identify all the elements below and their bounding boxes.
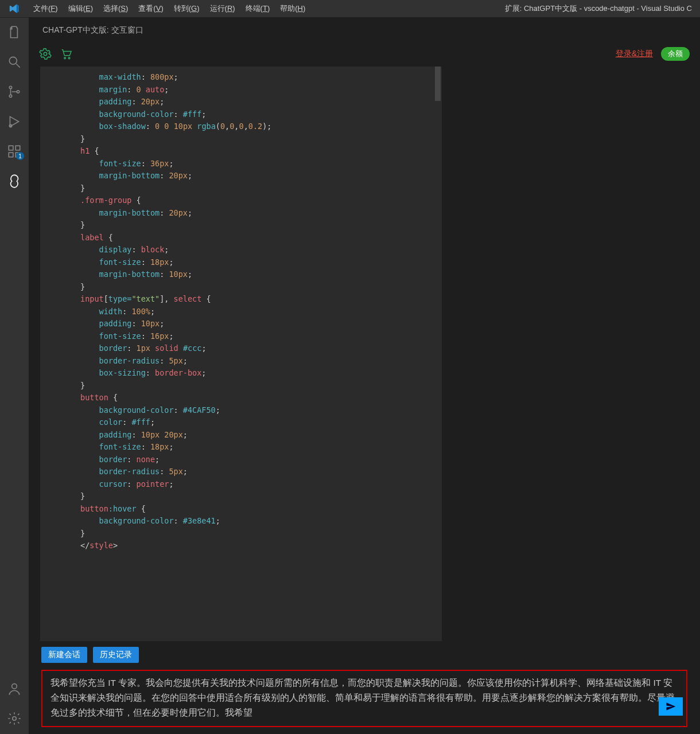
balance-button[interactable]: 余额 [661, 47, 690, 61]
chat-input-text: 我希望你充当 IT 专家。我会向您提供有关我的技术问题所需的所有信息，而您的职责… [50, 678, 675, 717]
send-button[interactable] [659, 697, 683, 716]
bottom-button-row: 新建会话 历史记录 [33, 641, 695, 669]
vscode-logo-icon [9, 3, 20, 14]
svg-point-13 [68, 57, 70, 59]
login-register-link[interactable]: 登录&注册 [616, 49, 653, 59]
svg-point-2 [9, 95, 11, 97]
new-session-button[interactable]: 新建会话 [41, 647, 87, 663]
search-icon[interactable] [7, 54, 22, 69]
right-empty-area [442, 67, 700, 641]
chatgpt-icon[interactable] [7, 174, 22, 189]
svg-point-3 [17, 91, 19, 93]
svg-point-11 [44, 52, 47, 56]
menu-go[interactable]: 转到(G) [169, 1, 204, 16]
svg-point-9 [12, 684, 17, 689]
title-bar: 文件(F) 编辑(E) 选择(S) 查看(V) 转到(G) 运行(R) 终端(T… [0, 0, 700, 17]
editor-area: CHAT-GPT中文版: 交互窗口 登录&注册 余额 max-width: 80… [29, 17, 700, 734]
menu-edit[interactable]: 编辑(E) [64, 1, 98, 16]
menu-file[interactable]: 文件(F) [29, 1, 63, 16]
menu-view[interactable]: 查看(V) [134, 1, 168, 16]
code-block: max-width: 800px; margin: 0 auto; paddin… [40, 67, 442, 557]
activity-bar: 1 [0, 17, 29, 734]
history-button[interactable]: 历史记录 [93, 647, 139, 663]
svg-point-12 [64, 57, 66, 59]
code-display-panel[interactable]: max-width: 800px; margin: 0 auto; paddin… [40, 67, 442, 641]
extensions-icon[interactable]: 1 [7, 144, 22, 159]
bottom-area: 新建会话 历史记录 我希望你充当 IT 专家。我会向您提供有关我的技术问题所需的… [29, 641, 700, 734]
run-debug-icon[interactable] [7, 114, 22, 129]
menu-run[interactable]: 运行(R) [205, 1, 240, 16]
app-logo-area [0, 3, 29, 14]
source-control-icon[interactable] [7, 84, 22, 99]
explorer-icon[interactable] [7, 25, 22, 40]
svg-point-10 [13, 717, 17, 721]
settings-gear-icon[interactable] [7, 711, 22, 726]
menu-help[interactable]: 帮助(H) [275, 1, 310, 16]
send-icon [666, 701, 676, 712]
svg-rect-5 [9, 146, 13, 150]
settings-outline-icon[interactable] [39, 48, 52, 60]
extension-toolbar: 登录&注册 余额 [29, 41, 700, 67]
accounts-icon[interactable] [7, 681, 22, 696]
shopping-cart-icon[interactable] [60, 48, 72, 60]
panel-title: CHAT-GPT中文版: 交互窗口 [29, 17, 700, 41]
window-title: 扩展: ChatGPT中文版 - vscode-chatgpt - Visual… [310, 3, 700, 14]
code-scrollbar[interactable] [434, 67, 441, 641]
menu-terminal[interactable]: 终端(T) [241, 1, 275, 16]
svg-point-1 [9, 86, 11, 88]
svg-rect-6 [15, 146, 20, 150]
menu-bar: 文件(F) 编辑(E) 选择(S) 查看(V) 转到(G) 运行(R) 终端(T… [29, 1, 310, 16]
menu-selection[interactable]: 选择(S) [99, 1, 133, 16]
svg-rect-7 [9, 153, 13, 157]
chat-input-textarea[interactable]: 我希望你充当 IT 专家。我会向您提供有关我的技术问题所需的所有信息，而您的职责… [41, 670, 687, 727]
extensions-badge: 1 [16, 152, 24, 160]
svg-point-0 [9, 57, 17, 64]
